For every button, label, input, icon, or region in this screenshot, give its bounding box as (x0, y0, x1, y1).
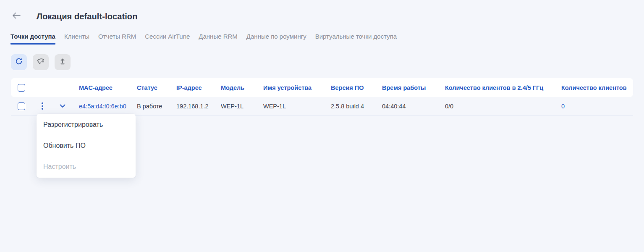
menu-item-configure: Настроить (37, 156, 136, 177)
back-button[interactable] (12, 12, 21, 21)
tab-bar: Точки доступа Клиенты Отчеты RRM Сессии … (0, 33, 644, 45)
tab-virtual-access-points[interactable]: Виртуальные точки доступа (315, 33, 397, 45)
firmware-cell: 2.5.8 build 4 (331, 103, 382, 110)
clients-24-5-cell: 0/0 (445, 103, 561, 110)
mac-address-link[interactable]: e4:5a:d4:f0:6e:b0 (79, 103, 126, 110)
table-row: e4:5a:d4:f0:6e:b0 В работе 192.168.1.2 W… (11, 97, 633, 116)
table-header-row: MAC-адрес Статус IP-адрес Модель Имя уст… (11, 78, 633, 97)
column-header-status: Статус (137, 84, 176, 91)
refresh-button[interactable] (11, 54, 27, 70)
row-context-menu: Разрегистрировать Обновить ПО Настроить (37, 114, 136, 178)
upload-firmware-button (55, 54, 71, 70)
row-actions-menu-button[interactable] (40, 101, 45, 111)
refresh-icon (15, 57, 23, 67)
column-header-clients-24-5: Количество клиентов в 2.4/5 ГГц (445, 84, 561, 91)
menu-item-unregister[interactable]: Разрегистрировать (37, 114, 136, 135)
select-all-checkbox[interactable] (18, 84, 25, 92)
column-header-clients-total: Количество клиентов (561, 84, 633, 91)
tab-roaming-data[interactable]: Данные по роумингу (246, 33, 306, 45)
access-points-table: MAC-адрес Статус IP-адрес Модель Имя уст… (11, 78, 633, 116)
tab-clients[interactable]: Клиенты (64, 33, 89, 45)
unregister-button (33, 54, 49, 70)
column-header-device-name: Имя устройства (263, 84, 331, 91)
uptime-cell: 04:40:44 (382, 103, 445, 110)
page-header: Локация default-location (0, 0, 644, 22)
tab-access-points[interactable]: Точки доступа (10, 33, 55, 45)
row-checkbox[interactable] (18, 102, 25, 110)
device-name-cell: WEP-1L (263, 103, 331, 110)
arrow-left-icon (12, 12, 21, 21)
ip-address-cell: 192.168.1.2 (176, 103, 221, 110)
wifi-minus-icon (36, 57, 45, 68)
upload-icon (58, 57, 67, 67)
tab-rrm-reports[interactable]: Отчеты RRM (98, 33, 136, 45)
model-cell: WEP-1L (221, 103, 263, 110)
table-toolbar (11, 54, 644, 70)
tab-rrm-data[interactable]: Данные RRM (199, 33, 238, 45)
row-expand-button[interactable] (60, 104, 65, 108)
column-header-ip: IP-адрес (176, 84, 221, 91)
menu-item-update-firmware[interactable]: Обновить ПО (37, 135, 136, 156)
page-title: Локация default-location (37, 12, 138, 21)
clients-total-link[interactable]: 0 (561, 103, 565, 110)
column-header-firmware: Версия ПО (331, 84, 382, 91)
column-header-model: Модель (221, 84, 263, 91)
column-header-mac: MAC-адрес (79, 84, 137, 91)
column-header-uptime: Время работы (382, 84, 445, 91)
tab-airtune-sessions[interactable]: Сессии AirTune (145, 33, 190, 45)
chevron-down-icon (60, 104, 65, 108)
status-cell: В работе (137, 103, 176, 110)
